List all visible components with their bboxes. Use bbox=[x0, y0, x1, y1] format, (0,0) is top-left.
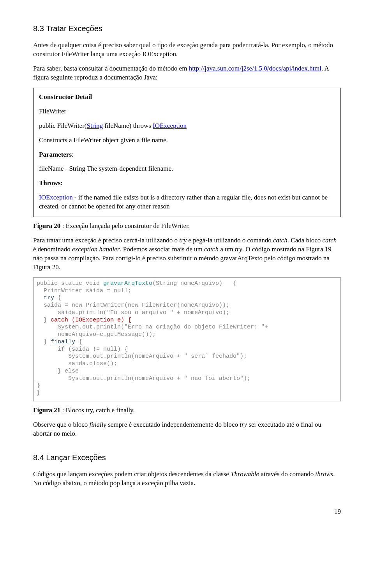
text: . Podemos associar mais de um bbox=[120, 245, 204, 253]
heading-8-3: 8.3 Tratar Exceções bbox=[33, 23, 341, 34]
constructor-signature: public FileWriter(String fileName) throw… bbox=[39, 122, 335, 131]
throws-ioexception-link[interactable]: IOException bbox=[39, 194, 73, 201]
text-italic: Throwable bbox=[231, 470, 259, 478]
text-italic: catch bbox=[204, 245, 219, 253]
text-italic: catch bbox=[323, 237, 337, 244]
code-line: if (saida != null) { bbox=[37, 346, 128, 353]
text: : Blocos try, catch e finally. bbox=[60, 406, 134, 414]
code-line bbox=[37, 295, 44, 301]
text: Parameters bbox=[39, 151, 72, 158]
figure-label: Figura 21 bbox=[33, 406, 60, 414]
code-line: (String nomeArquivo) { bbox=[152, 280, 236, 287]
page-number: 19 bbox=[33, 507, 341, 516]
text: é denominado bbox=[33, 245, 72, 253]
code-line: { bbox=[75, 339, 82, 345]
text: : Exceção lançada pelo construtor de Fil… bbox=[60, 222, 190, 230]
text: : bbox=[60, 179, 62, 187]
filewriter-label: FileWriter bbox=[39, 107, 335, 116]
text-italic: try bbox=[240, 421, 247, 428]
para-try-catch: Para tratar uma exceção é preciso cercá-… bbox=[33, 236, 341, 272]
code-line: try bbox=[44, 295, 54, 301]
code-line: saida.close(); bbox=[37, 360, 117, 367]
para-84-1: Códigos que lançam exceções podem criar … bbox=[33, 470, 341, 488]
para-intro-1: Antes de qualquer coisa é preciso saber … bbox=[33, 41, 341, 59]
code-line: catch (IOException e) { bbox=[51, 317, 131, 323]
text-italic: try bbox=[179, 237, 187, 244]
text: sempre é executado independentemente do … bbox=[106, 421, 240, 428]
text: : bbox=[72, 151, 74, 158]
para-observe: Observe que o bloco finally sempre é exe… bbox=[33, 420, 341, 438]
code-line: System.out.println("Erro na criação do o… bbox=[37, 324, 268, 330]
text: Throws bbox=[39, 179, 60, 187]
code-line: { bbox=[54, 295, 61, 301]
code-line: System.out.println(nomeArquivo + " sera´… bbox=[37, 353, 247, 360]
code-line: } bbox=[37, 317, 51, 323]
text: . Cada bloco bbox=[288, 237, 323, 244]
text-italic: finally bbox=[89, 421, 106, 428]
code-line: } bbox=[37, 390, 40, 396]
doc-url-link[interactable]: http://java.sun.com/j2se/1.5.0/docs/api/… bbox=[189, 65, 321, 72]
code-line: } bbox=[37, 382, 40, 389]
text: Para saber, basta consultar a documentaç… bbox=[33, 65, 189, 72]
text: fileName) throws bbox=[103, 122, 153, 129]
text: Códigos que lançam exceções podem criar … bbox=[33, 470, 231, 478]
text: e pegá-la utilizando o comando bbox=[187, 237, 273, 244]
throws-heading: Throws: bbox=[39, 179, 335, 188]
figure-21-caption: Figura 21 : Blocos try, catch e finally. bbox=[33, 406, 341, 415]
javadoc-box: Constructor Detail FileWriter public Fil… bbox=[33, 88, 341, 217]
text-italic: throws bbox=[315, 470, 333, 478]
code-line: } bbox=[37, 339, 51, 345]
code-line: System.out.println(nomeArquivo + " nao f… bbox=[37, 375, 251, 382]
text-italic: exception handler bbox=[72, 245, 120, 253]
parameters-heading: Parameters: bbox=[39, 150, 335, 159]
throws-value: IOException - if the named file exists b… bbox=[39, 193, 335, 211]
code-line: saida.println("Eu sou o arquivo " + nome… bbox=[37, 309, 229, 316]
text: - if the named file exists but is a dire… bbox=[39, 194, 328, 210]
spacer bbox=[33, 444, 341, 452]
code-block: public static void gravarArqTexto(String… bbox=[33, 277, 341, 401]
constructor-desc: Constructs a FileWriter object given a f… bbox=[39, 136, 335, 145]
text: através do comando bbox=[259, 470, 315, 478]
code-line: nomeArquivo+e.getMessage()); bbox=[37, 331, 156, 338]
code-line: saida = new PrintWriter(new FileWriter(n… bbox=[37, 302, 229, 309]
figure-label: Figura 20 bbox=[33, 222, 60, 230]
text: Para tratar uma exceção é preciso cercá-… bbox=[33, 237, 179, 244]
figure-20-caption: Figura 20 : Exceção lançada pelo constru… bbox=[33, 222, 341, 231]
text-italic: try bbox=[235, 245, 242, 253]
type-ioexception-link[interactable]: IOException bbox=[153, 122, 187, 129]
text: Observe que o bloco bbox=[33, 421, 89, 428]
code-line: public static void bbox=[37, 280, 103, 287]
text: public FileWriter( bbox=[39, 122, 87, 129]
text: a um bbox=[219, 245, 235, 253]
type-string-link[interactable]: String bbox=[87, 122, 103, 129]
text-italic: catch bbox=[273, 237, 288, 244]
constructor-detail-heading: Constructor Detail bbox=[39, 93, 335, 102]
para-intro-2: Para saber, basta consultar a documentaç… bbox=[33, 64, 341, 82]
parameters-value: fileName - String The system-dependent f… bbox=[39, 164, 335, 173]
code-line: gravarArqTexto bbox=[103, 280, 152, 287]
code-line: PrintWriter saida = null; bbox=[37, 288, 131, 294]
code-line: } else bbox=[37, 368, 79, 374]
heading-8-4: 8.4 Lançar Exceções bbox=[33, 452, 341, 463]
code-line: finally bbox=[51, 339, 75, 345]
